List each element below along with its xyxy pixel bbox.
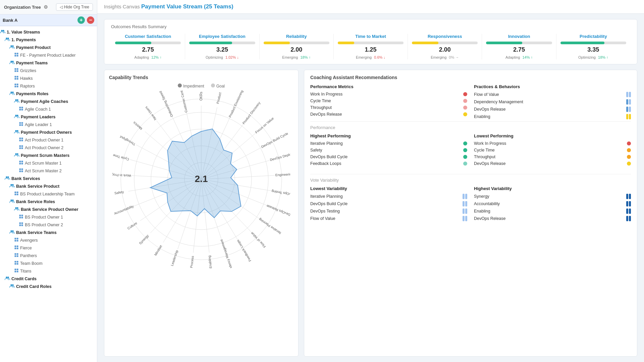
perf-metrics-header: Performance Metrics [310,84,467,89]
tree-item-bank-service-roles[interactable]: Bank Service Roles [0,198,97,205]
tree-item-act-product-owner-1[interactable]: Act Product Owner 1 [0,136,97,144]
metric-dot [627,162,631,166]
metric-row: Iterative Planning [310,194,467,199]
outcome-status: Emerging 18% ↑ [282,55,311,59]
tree-item-bs-product-owner-2[interactable]: BS Product Owner 2 [0,221,97,229]
metric-name: Safety [310,148,461,153]
svg-rect-80 [14,238,16,239]
bar-segment [629,208,631,214]
svg-rect-99 [17,271,18,273]
metric-bar-group [626,99,631,105]
svg-rect-40 [19,137,21,139]
tree-item-bank-services[interactable]: Bank Services [0,175,97,182]
metric-row: Cycle Time [310,99,467,103]
tree-item-titans[interactable]: Titans [0,267,97,275]
metric-row: DevOps Build Cycle [310,155,467,159]
tree-item-bank-service-product-owners[interactable]: Bank Service Product Owner [0,205,97,213]
metric-row: DevOps Release [474,161,631,166]
tree-item-act-product-owner-2[interactable]: Act Product Owner 2 [0,144,97,152]
tree-item-payment-leaders[interactable]: Payment Leaders [0,113,97,121]
tree-item-agile-coach-1[interactable]: Agile Coach 1 [0,105,97,113]
bar-segment [626,99,628,105]
svg-rect-6 [14,53,16,54]
svg-rect-29 [21,107,23,108]
tree-item-payment-product-owners[interactable]: Payment Product Owners [0,128,97,136]
main-area: Insights Canvas Payment Value Stream (25… [97,0,644,362]
bar-segment [465,194,467,199]
tree-item-raptors[interactable]: Raptors [0,82,97,90]
hide-org-tree-button[interactable]: ◁ Hide Org Tree [56,3,93,11]
svg-point-10 [10,61,12,62]
tree-item-act-scrum-master-1[interactable]: Act Scrum Master 1 [0,159,97,167]
tree-item-value-streams[interactable]: 1. Value Streams [0,28,97,36]
metric-name: Work In Progress [310,92,461,97]
svg-rect-21 [17,83,18,85]
tree-item-fierce[interactable]: Fierce [0,244,97,252]
tree-icon-act-product-owner-1 [19,137,23,143]
svg-point-33 [17,115,18,116]
svg-point-69 [17,207,18,209]
tree-label-bs-product-owner-1: BS Product Owner 1 [25,215,63,220]
metric-name: Cycle Time [474,148,625,153]
metric-bar-group [626,208,631,214]
tree-item-credit-card-roles[interactable]: Credit Card Roles [0,283,97,290]
svg-rect-65 [17,194,18,195]
tree-item-payment-roles[interactable]: Payments Roles [0,90,97,98]
tree-item-bank-service-product[interactable]: Bank Service Product [0,182,97,190]
outcome-progress-fill [412,42,438,44]
coaching-top-row: Performance Metrics Work In ProgressCycl… [310,84,631,121]
tree-item-agile-leader-1[interactable]: Agile Leader 1 [0,121,97,128]
outcome-status: Adapting 12% ↑ [135,55,162,59]
tree-label-payment-roles: Payments Roles [16,92,49,96]
metric-row: Throughput [310,105,467,110]
tree-label-titans: Titans [20,269,32,274]
svg-rect-95 [17,263,18,265]
tree-item-payment-scrum-masters[interactable]: Payment Scrum Masters [0,152,97,159]
metric-row: Flow of Value [310,216,467,221]
tree-item-fe-payment[interactable]: FE - Payment Product Leader [0,51,97,59]
tree-icon-agile-leader-1 [19,122,23,127]
svg-text:Cycle Time: Cycle Time [112,153,129,161]
svg-rect-98 [14,271,16,273]
bar-segment [629,107,631,112]
tree-item-payment-agile-coaches[interactable]: Payment Agile Coaches [0,98,97,105]
outcome-value: 2.00 [439,46,451,53]
bar-segment [629,99,631,105]
bar-segment [465,216,467,221]
svg-point-48 [15,153,17,155]
svg-text:Onboarding Speed: Onboarding Speed [158,90,173,118]
tree-icon-bank-service-roles [9,199,15,204]
svg-point-27 [17,99,18,101]
tree-item-payment-product[interactable]: Payment Product [0,44,97,51]
tree-item-avengers[interactable]: Avengers [0,236,97,244]
svg-point-59 [7,176,9,178]
metric-row: DevOps Release [474,107,631,112]
svg-point-1 [3,30,4,32]
tree-item-payments[interactable]: 1. Payments [0,36,97,44]
tree-item-bs-product-owner-1[interactable]: BS Product Owner 1 [0,213,97,221]
tree-item-team-boom[interactable]: Team Boom [0,259,97,267]
svg-point-61 [12,184,14,186]
outcome-status: Optimizing 18% ↑ [578,55,608,59]
bar-segment [463,194,465,199]
tree-item-credit-cards[interactable]: Credit Cards [0,275,97,283]
outcome-progress-bg [486,42,552,44]
tree-item-panthers[interactable]: Panthers [0,252,97,259]
bar-segment [626,107,628,112]
perf-section-title: Performance [310,121,631,130]
tree-label-act-product-owner-2: Act Product Owner 2 [25,145,63,150]
tree-item-bs-product-leadership[interactable]: BS Product Leadership Team [0,190,97,198]
tree-item-hawks[interactable]: Hawks [0,74,97,82]
tree-item-payment-teams[interactable]: Payment Teams [0,59,97,67]
add-org-button[interactable]: + [77,16,85,24]
gear-icon[interactable]: ⚙ [44,4,48,10]
outcome-value: 2.75 [142,46,154,53]
tree-item-act-scrum-master-2[interactable]: Act Scrum Master 2 [0,167,97,175]
tree-item-bank-service-teams[interactable]: Bank Service Teams [0,229,97,236]
topbar: Insights Canvas Payment Value Stream (25… [97,0,644,14]
bar-segment [626,208,628,214]
tree-item-grizzlies[interactable]: Grizzlies [0,67,97,74]
svg-rect-8 [14,55,16,57]
outcome-item: Innovation 2.75 Adapting 14% ↑ [482,34,556,59]
remove-org-button[interactable]: − [87,16,94,24]
